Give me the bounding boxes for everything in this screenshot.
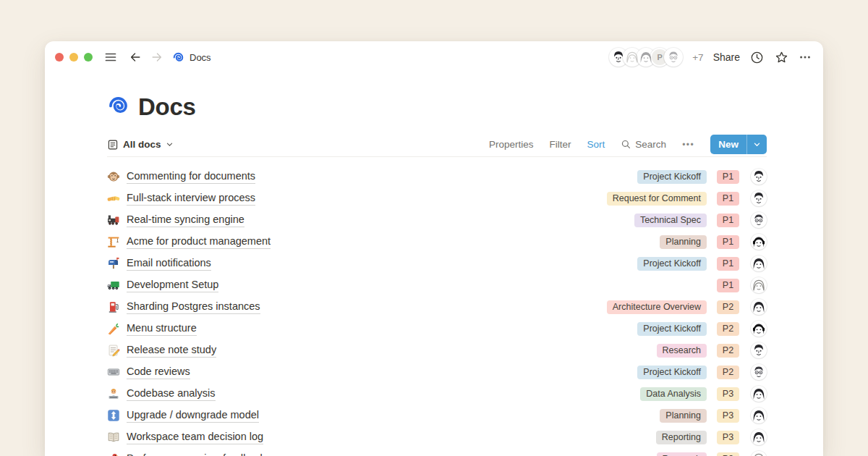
view-tab-label: All docs — [123, 139, 161, 150]
owner-avatar — [751, 277, 767, 293]
owner-avatar — [751, 256, 767, 271]
minimize-window-button[interactable] — [69, 53, 78, 62]
doc-row[interactable]: Menu structureProject KickoffP2 — [107, 318, 767, 339]
doc-row[interactable]: Code reviewsProject KickoffP2 — [107, 361, 767, 383]
doc-title-link[interactable]: Full-stack interview process — [127, 191, 255, 206]
avatar-overflow-count[interactable]: +7 — [692, 52, 703, 63]
doc-title-link[interactable]: Performance review feedback — [127, 452, 265, 456]
view-tab-all-docs[interactable]: All docs — [107, 139, 174, 151]
doc-row[interactable]: Acme for product managementPlanningP1 — [107, 231, 767, 253]
docs-logo-icon — [172, 51, 184, 64]
back-icon[interactable] — [129, 51, 142, 64]
doc-row[interactable]: Real-time syncing engineTechnical SpecP1 — [107, 209, 767, 231]
crane-icon — [107, 235, 120, 248]
priority-tag: P2 — [717, 366, 739, 379]
owner-avatar — [751, 386, 767, 402]
book-icon — [107, 431, 120, 444]
priority-tag: P1 — [717, 257, 739, 271]
doc-title-link[interactable]: Release note study — [127, 343, 216, 358]
doc-title-link[interactable]: Email notifications — [127, 256, 211, 271]
owner-avatar — [751, 190, 767, 206]
updown-icon — [107, 409, 120, 422]
priority-tag: P1 — [717, 279, 739, 292]
share-button[interactable]: Share — [713, 51, 740, 63]
doc-title-link[interactable]: Workspace team decision log — [127, 430, 263, 444]
doc-title-link[interactable]: Commenting for documents — [127, 169, 255, 184]
fuelpump-icon — [107, 300, 120, 313]
filter-button[interactable]: Filter — [550, 139, 571, 150]
owner-avatar — [751, 234, 767, 250]
doc-row[interactable]: Full-stack interview processRequest for … — [107, 187, 767, 209]
priority-tag: P3 — [717, 452, 739, 456]
doc-row[interactable]: Workspace team decision logReportingP3 — [107, 426, 767, 448]
priority-tag: P1 — [717, 214, 739, 227]
search-button[interactable]: Search — [621, 139, 666, 150]
owner-avatar — [751, 299, 767, 315]
doc-title-link[interactable]: Menu structure — [127, 321, 197, 336]
more-options-icon[interactable] — [799, 51, 812, 64]
doc-type-tag: Project Kickoff — [637, 170, 707, 184]
history-icon[interactable] — [749, 50, 765, 65]
app-window: Docs P +7 Share Docs All d — [45, 41, 823, 456]
view-toolbar: All docs Properties Filter Sort Search •… — [107, 135, 767, 157]
docs-list: Commenting for documentsProject KickoffP… — [107, 166, 767, 456]
parrot-icon — [107, 452, 120, 456]
sidebar-toggle-icon[interactable] — [104, 51, 117, 64]
page-title: Docs — [138, 93, 196, 121]
collaborator-avatar[interactable] — [664, 48, 683, 67]
doc-title-link[interactable]: Acme for product management — [127, 235, 271, 249]
doc-row[interactable]: Performance review feedbackResearchP3 — [107, 448, 767, 456]
locomotive-icon — [107, 214, 120, 227]
priority-tag: P1 — [717, 235, 739, 249]
owner-avatar — [751, 169, 767, 185]
owner-avatar — [751, 429, 767, 445]
doc-type-tag: Data Analysis — [640, 387, 707, 401]
maximize-window-button[interactable] — [84, 53, 93, 62]
doc-type-tag: Project Kickoff — [637, 322, 707, 336]
titlebar: Docs P +7 Share — [45, 41, 823, 73]
doc-title-link[interactable]: Development Setup — [127, 278, 218, 292]
sort-button[interactable]: Sort — [587, 139, 605, 150]
properties-button[interactable]: Properties — [489, 139, 534, 150]
doc-type-tag: Planning — [660, 409, 707, 423]
doc-type-tag: Research — [657, 344, 707, 358]
doc-title-link[interactable]: Code reviews — [127, 365, 190, 379]
doc-type-tag: Project Kickoff — [637, 257, 707, 271]
mailbox-icon — [107, 257, 120, 270]
truck-icon — [107, 279, 120, 292]
priority-tag: P1 — [717, 192, 739, 206]
page-spiral-icon[interactable] — [107, 95, 129, 120]
doc-title-link[interactable]: Real-time syncing engine — [127, 213, 244, 227]
keyboard-icon — [107, 366, 120, 379]
doc-title-link[interactable]: Sharding Postgres instances — [127, 300, 260, 314]
new-button[interactable]: New — [710, 135, 767, 154]
doc-title-link[interactable]: Upgrade / downgrade model — [127, 408, 259, 423]
doc-row[interactable]: Sharding Postgres instancesArchitecture … — [107, 296, 767, 318]
owner-avatar — [751, 321, 767, 337]
owner-avatar — [751, 342, 767, 358]
new-dropdown-chevron-icon[interactable] — [747, 140, 767, 148]
breadcrumb-title[interactable]: Docs — [190, 52, 211, 63]
doc-type-tag: Planning — [660, 235, 707, 249]
doc-row[interactable]: Email notificationsProject KickoffP1 — [107, 253, 767, 274]
doc-type-tag: Architecture Overview — [607, 300, 707, 314]
priority-tag: P3 — [717, 431, 739, 444]
memo-icon — [107, 344, 120, 357]
doc-title-link[interactable]: Codebase analysis — [127, 387, 216, 401]
collaborator-avatars[interactable]: P — [609, 48, 683, 67]
doc-type-tag: Technical Spec — [634, 214, 707, 227]
priority-tag: P2 — [717, 322, 739, 336]
doc-row[interactable]: Upgrade / downgrade modelPlanningP3 — [107, 405, 767, 426]
toolbar-more-icon[interactable]: ••• — [682, 140, 694, 150]
search-icon — [621, 139, 631, 150]
carrot-icon — [107, 322, 120, 335]
forward-icon[interactable] — [150, 51, 163, 64]
favorite-star-icon[interactable] — [774, 50, 789, 65]
doc-row[interactable]: Development Setup—P1 — [107, 274, 767, 296]
owner-avatar — [751, 451, 767, 456]
close-window-button[interactable] — [55, 53, 64, 62]
doc-row[interactable]: Commenting for documentsProject KickoffP… — [107, 166, 767, 187]
chevron-down-icon — [166, 140, 174, 148]
doc-row[interactable]: Release note studyResearchP2 — [107, 339, 767, 361]
doc-row[interactable]: Codebase analysisData AnalysisP3 — [107, 383, 767, 405]
